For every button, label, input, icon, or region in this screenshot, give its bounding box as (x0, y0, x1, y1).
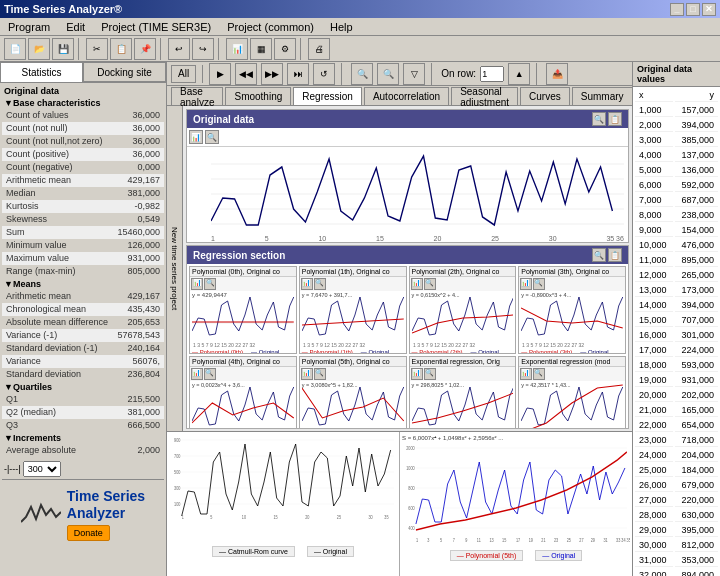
table-button[interactable]: ▦ (250, 38, 272, 60)
refresh-button[interactable]: ↺ (313, 63, 335, 85)
increment-select[interactable]: 300 (23, 461, 61, 477)
tab-autocorrelation[interactable]: Autocorrelation (364, 87, 449, 105)
stat-value: -0,982 (134, 200, 160, 213)
reg-chart-2-svg: 1 3 5 7 9 12 15 20 22 27 32 (412, 293, 514, 348)
end-button[interactable]: ⏭ (287, 63, 309, 85)
reg-chart-3-toolbar: 📊 🔍 (519, 277, 625, 291)
stat-value: 36,000 (132, 109, 160, 122)
reg-chart-1-tb2[interactable]: 🔍 (314, 278, 326, 290)
tab-summary[interactable]: Summary (572, 87, 632, 105)
stat-label: Q1 (6, 393, 18, 406)
tab-docking[interactable]: Docking site (83, 62, 166, 82)
chart-tb1[interactable]: 📊 (189, 130, 203, 144)
play-button[interactable]: ▶ (209, 63, 231, 85)
reg-chart-0-tb1[interactable]: 📊 (191, 278, 203, 290)
reg-chart-3-header: Polynomial (3th), Original co (519, 267, 625, 277)
all-button[interactable]: All (171, 65, 196, 83)
paste-button[interactable]: 📌 (134, 38, 156, 60)
reg-chart-6-tb1[interactable]: 📊 (411, 368, 423, 380)
reg-chart-5-tb2[interactable]: 🔍 (314, 368, 326, 380)
chart-button[interactable]: 📊 (226, 38, 248, 60)
window-controls[interactable]: _ □ ✕ (670, 3, 716, 16)
maximize-button[interactable]: □ (686, 3, 700, 16)
stat-label: Count (not null) (6, 122, 68, 135)
reg-chart-7-tb2[interactable]: 🔍 (533, 368, 545, 380)
reg-chart-5-toolbar: 📊 🔍 (300, 367, 406, 381)
stat-value: 236,804 (127, 368, 160, 381)
step-back-button[interactable]: ◀◀ (235, 63, 257, 85)
right-cell-x: 5,000 (635, 164, 673, 177)
minimize-button[interactable]: _ (670, 3, 684, 16)
right-cell-y: 894,000 (675, 569, 718, 576)
reg-chart-4-tb2[interactable]: 🔍 (204, 368, 216, 380)
print-button[interactable]: 🖨 (308, 38, 330, 60)
reg-chart-2-tb1[interactable]: 📊 (411, 278, 423, 290)
chart-copy-btn[interactable]: 📋 (608, 112, 622, 126)
reg-chart-5-tb1[interactable]: 📊 (301, 368, 313, 380)
tab-statistics[interactable]: Statistics (0, 62, 83, 82)
stat-label: Minimum value (6, 239, 67, 252)
on-row-input[interactable] (480, 66, 504, 82)
copy-button[interactable]: 📋 (110, 38, 132, 60)
close-button[interactable]: ✕ (702, 3, 716, 16)
tab-seasonal[interactable]: Seasonal adjustment (451, 87, 518, 105)
export-button[interactable]: 📤 (546, 63, 568, 85)
reg-chart-0-tb2[interactable]: 🔍 (204, 278, 216, 290)
quartiles-label: Quartiles (13, 382, 52, 392)
svg-text:3: 3 (427, 536, 429, 543)
reg-zoom-btn[interactable]: 🔍 (592, 248, 606, 262)
menu-edit[interactable]: Edit (62, 20, 89, 34)
right-table-row: 30,000812,000 (635, 539, 718, 552)
tab-base-analyze[interactable]: Base analyze (171, 87, 223, 105)
tab-smoothing[interactable]: Smoothing (225, 87, 291, 105)
right-cell-y: 592,000 (675, 179, 718, 192)
toolbar-sep3 (218, 38, 222, 60)
increments-header[interactable]: ▼ Increments (2, 432, 164, 444)
bottom-chart-right: S = 6,0007x⁴ + 1,0498x² + 2,5956x² ... 2… (400, 432, 632, 576)
reg-chart-4-tb1[interactable]: 📊 (191, 368, 203, 380)
chart-tb2[interactable]: 🔍 (205, 130, 219, 144)
right-table-row: 1,000157,000 (635, 104, 718, 117)
menu-project-common[interactable]: Project (common) (223, 20, 318, 34)
regression-title: Regression section (193, 250, 285, 261)
zoom-out-button[interactable]: 🔍 (377, 63, 399, 85)
new-button[interactable]: 📄 (4, 38, 26, 60)
reg-copy-btn[interactable]: 📋 (608, 248, 622, 262)
svg-text:20: 20 (305, 513, 309, 520)
reg-chart-3-tb2[interactable]: 🔍 (533, 278, 545, 290)
redo-button[interactable]: ↪ (192, 38, 214, 60)
menu-help[interactable]: Help (326, 20, 357, 34)
filter-button[interactable]: ▽ (403, 63, 425, 85)
tab-curves[interactable]: Curves (520, 87, 570, 105)
stat-row-avg-abs: Average absolute2,000 (2, 444, 164, 457)
right-cell-x: 9,000 (635, 224, 673, 237)
reg-chart-5-body: y = 3,0080x^5 + 1,82... 1 3 5 7 9 12 15 … (300, 381, 406, 429)
chart-zoom-btn[interactable]: 🔍 (592, 112, 606, 126)
menu-project-time[interactable]: Project (TIME SER3E) (97, 20, 215, 34)
base-characteristics-header[interactable]: ▼ Base characteristics (2, 97, 164, 109)
reg-chart-6-tb2[interactable]: 🔍 (424, 368, 436, 380)
original-data-header[interactable]: Original data (2, 85, 164, 97)
tab-regression[interactable]: Regression (293, 87, 362, 105)
open-button[interactable]: 📂 (28, 38, 50, 60)
reg-legend-3: — Polynomial (3th) — Original (521, 349, 623, 354)
settings-button[interactable]: ⚙ (274, 38, 296, 60)
stat-label: Count (negative) (6, 161, 73, 174)
donate-button[interactable]: Donate (67, 525, 110, 541)
undo-button[interactable]: ↩ (168, 38, 190, 60)
cut-button[interactable]: ✂ (86, 38, 108, 60)
reg-chart-7-tb1[interactable]: 📊 (520, 368, 532, 380)
quartiles-header[interactable]: ▼ Quartiles (2, 381, 164, 393)
x-label-10: 10 (318, 235, 326, 242)
zoom-in-button[interactable]: 🔍 (351, 63, 373, 85)
reg-chart-3-tb1[interactable]: 📊 (520, 278, 532, 290)
means-header[interactable]: ▼ Means (2, 278, 164, 290)
right-table-row: 7,000687,000 (635, 194, 718, 207)
reg-chart-2-tb2[interactable]: 🔍 (424, 278, 436, 290)
save-button[interactable]: 💾 (52, 38, 74, 60)
reg-chart-1-tb1[interactable]: 📊 (301, 278, 313, 290)
step-forward-button[interactable]: ▶▶ (261, 63, 283, 85)
menu-program[interactable]: Program (4, 20, 54, 34)
right-panel-title: Original data values (637, 64, 716, 84)
on-row-up[interactable]: ▲ (508, 63, 530, 85)
